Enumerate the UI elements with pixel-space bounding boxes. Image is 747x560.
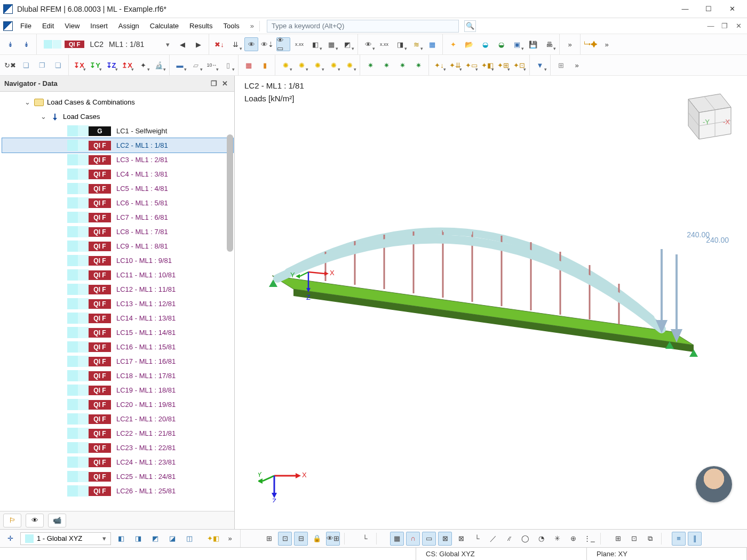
snap-grid-2-icon[interactable]: ⊡ — [278, 532, 292, 546]
navigator-scrollbar[interactable] — [227, 134, 233, 252]
lc-next-icon[interactable]: ▶ — [192, 37, 205, 51]
menu-view[interactable]: View — [59, 20, 85, 32]
doc-minimize-icon[interactable]: — — [705, 21, 716, 31]
overflow-2-icon[interactable]: » — [600, 37, 614, 51]
coord-system-selector[interactable]: 1 - Global XYZ ▾ — [20, 532, 111, 545]
menu-insert[interactable]: Insert — [85, 20, 113, 32]
microscope-icon[interactable]: 🔬 — [152, 58, 166, 72]
maximize-button[interactable]: ☐ — [697, 2, 720, 17]
guide-v-icon[interactable]: ‖ — [688, 532, 702, 546]
assistant-avatar[interactable] — [696, 466, 732, 502]
loadcase-row[interactable]: QI FLC18 - ML1 : 17/81 — [2, 369, 233, 383]
eye-1-icon[interactable]: 👁 — [244, 37, 258, 51]
xxx2-icon[interactable]: x.xx — [377, 37, 391, 51]
print-icon[interactable]: 🖶 — [542, 37, 556, 51]
snap-quarter-icon[interactable]: ◔ — [534, 532, 548, 546]
menu-tools[interactable]: Tools — [218, 20, 244, 32]
save-icon[interactable]: 💾 — [526, 37, 540, 51]
cloud-2-icon[interactable]: ◒ — [494, 37, 508, 51]
loadcase-row[interactable]: QI FLC9 - ML1 : 8/81 — [2, 239, 233, 253]
loadcase-row[interactable]: QI FLC17 - ML1 : 16/81 — [2, 354, 233, 369]
axis-neg-x-icon[interactable]: ↥X — [120, 58, 134, 72]
star-new-icon[interactable]: ✦ — [446, 37, 460, 51]
tree-group-loadcases-comb[interactable]: ⌄ Load Cases & Combinations — [2, 95, 233, 109]
loadcase-row[interactable]: QI FLC20 - ML1 : 19/81 — [2, 397, 233, 412]
load-case-selector[interactable]: QI F LC2 ML1 : 1/81 ▾ — [40, 37, 173, 51]
cursor-star-icon[interactable]: ⮡✦ — [584, 37, 598, 51]
star-g2-icon[interactable]: ✷ — [379, 58, 393, 72]
wp-2-icon[interactable]: ◨ — [131, 532, 145, 546]
snap-magnet-icon[interactable]: ∩ — [406, 532, 420, 546]
wp-4-icon[interactable]: ◪ — [165, 532, 179, 546]
load-f-icon[interactable]: ✦⊡ — [512, 58, 526, 72]
render-scale-icon[interactable]: 10↔ — [205, 58, 219, 72]
loadcase-row[interactable]: QI FLC12 - ML1 : 11/81 — [2, 282, 233, 297]
loadcase-row[interactable]: QI FLC23 - ML1 : 22/81 — [2, 441, 233, 455]
nav-tab-views-icon[interactable]: 📹 — [48, 514, 66, 527]
load-c-icon[interactable]: ✦▭ — [464, 58, 478, 72]
loadcase-row[interactable]: GLC1 - Selfweight — [2, 124, 233, 138]
lc-prev-icon[interactable]: ◀ — [176, 37, 189, 51]
render-page-icon[interactable]: ▯ — [221, 58, 235, 72]
loadcase-row[interactable]: QI FLC6 - ML1 : 5/81 — [2, 196, 233, 210]
minimize-button[interactable]: — — [673, 2, 697, 17]
overflow-1-icon[interactable]: » — [563, 37, 577, 51]
eye-dd-icon[interactable]: 👁 — [361, 37, 375, 51]
load-a-icon[interactable]: ✦↓ — [432, 58, 446, 72]
doc-restore-icon[interactable]: ❐ — [719, 21, 730, 31]
cs-icon[interactable]: ✛ — [3, 532, 17, 546]
wp-1-icon[interactable]: ◧ — [114, 532, 128, 546]
snap-l-icon[interactable]: └ — [470, 532, 484, 546]
loadcase-row[interactable]: QI FLC14 - ML1 : 13/81 — [2, 311, 233, 325]
load-arrow-down-2-icon[interactable]: ↡ — [19, 37, 33, 51]
loadcase-row[interactable]: QI FLC10 - ML1 : 9/81 — [2, 253, 233, 268]
grid-dd-icon[interactable]: ▦ — [324, 37, 338, 51]
doc-close-icon[interactable]: ✕ — [733, 21, 744, 31]
snap-box-icon[interactable]: ⊠ — [454, 532, 468, 546]
delete-load-icon[interactable]: ✖↓ — [212, 37, 226, 51]
spark-4-icon[interactable]: ✺ — [327, 58, 340, 72]
model-viewport[interactable]: LC2 - ML1 : 1/81 Loads [kN/m²] -X -Y 240… — [235, 76, 747, 529]
loadcase-row[interactable]: QI FLC16 - ML1 : 15/81 — [2, 340, 233, 354]
guide-dashrect-icon[interactable]: ⊡ — [627, 532, 641, 546]
axis-y-icon[interactable]: ↧Y — [88, 58, 102, 72]
nav-tab-display-icon[interactable]: 👁 — [26, 514, 44, 527]
snap-a-icon[interactable]: ▦ — [390, 532, 404, 546]
menu-assign[interactable]: Assign — [113, 20, 145, 32]
load-arrow-down-1-icon[interactable]: ↡ — [3, 37, 17, 51]
navigator-tree[interactable]: ⌄ Load Cases & Combinations ⌄ Load Cases… — [0, 92, 234, 511]
render-plane-icon[interactable]: ▱ — [189, 58, 203, 72]
grid9-icon[interactable]: ⊞ — [554, 58, 568, 72]
snap-lock-icon[interactable]: 🔒 — [310, 532, 324, 546]
snap-eye-icon[interactable]: 👁⊞ — [326, 532, 340, 546]
search-icon[interactable]: 🔍 — [464, 20, 476, 32]
navigator-undock-icon[interactable]: ❐ — [209, 78, 219, 89]
guide-grid-icon[interactable]: ⊞ — [611, 532, 625, 546]
load-e-icon[interactable]: ✦⊞ — [496, 58, 510, 72]
loadcase-row[interactable]: QI FLC15 - ML1 : 14/81 — [2, 325, 233, 340]
star-g3-icon[interactable]: ✷ — [395, 58, 409, 72]
box-mid-icon[interactable]: ❐ — [35, 58, 49, 72]
spark-5-icon[interactable]: ✺ — [343, 58, 356, 72]
obj-dd-icon[interactable]: ◩ — [340, 37, 354, 51]
snap-corner-icon[interactable]: └ — [358, 532, 372, 546]
loadcase-row[interactable]: QI FLC5 - ML1 : 4/81 — [2, 181, 233, 196]
axis-z-icon[interactable]: ↧Z — [104, 58, 118, 72]
eye-box-icon[interactable]: 👁▭ — [276, 37, 290, 51]
loadcase-row[interactable]: QI FLC2 - ML1 : 1/81 — [2, 138, 233, 153]
loadcase-row[interactable]: QI FLC19 - ML1 : 18/81 — [2, 383, 233, 397]
tree-group-loadcases[interactable]: ⌄ Load Cases — [2, 109, 233, 124]
wp-3-icon[interactable]: ◩ — [148, 532, 162, 546]
box-left-icon[interactable]: ❏ — [19, 58, 33, 72]
open-folder-icon[interactable]: 📂 — [462, 37, 476, 51]
loadcase-row[interactable]: QI FLC3 - ML1 : 2/81 — [2, 153, 233, 167]
box-right-icon[interactable]: ❏ — [51, 58, 65, 72]
star-g1-icon[interactable]: ✷ — [363, 58, 377, 72]
snap-rect-icon[interactable]: ▭ — [422, 532, 436, 546]
loadcase-row[interactable]: QI FLC25 - ML1 : 24/81 — [2, 469, 233, 484]
menu-file[interactable]: File — [15, 20, 37, 32]
mesh-red-icon[interactable]: ▦ — [242, 58, 256, 72]
snap-line-icon[interactable]: ／ — [486, 532, 500, 546]
spark-1-icon[interactable]: ✺ — [279, 58, 292, 72]
load-b-icon[interactable]: ✦⇊ — [448, 58, 462, 72]
